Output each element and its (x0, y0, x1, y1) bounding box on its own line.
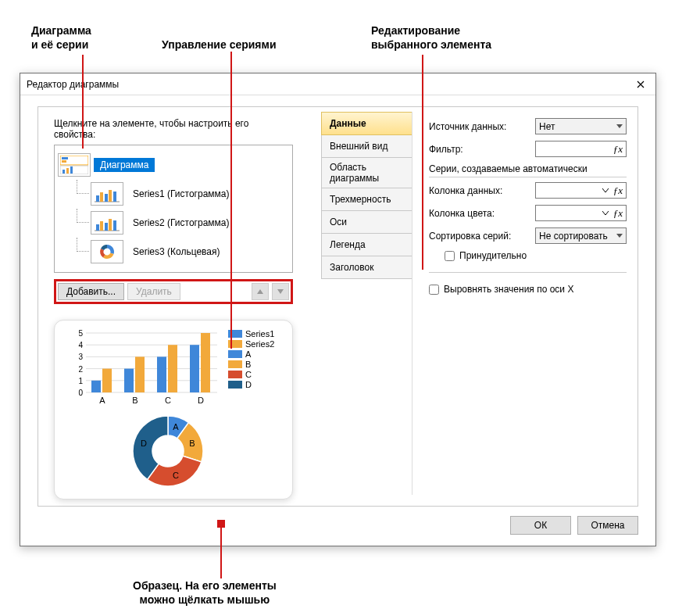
chevron-down-icon (602, 211, 609, 216)
svg-rect-6 (70, 167, 73, 174)
bar-chart-icon (91, 182, 123, 206)
group-auto-series: Серии, создаваемые автоматически (429, 163, 627, 174)
preview-legend[interactable]: Series1 Series2 A B C D (228, 328, 274, 390)
chevron-down-icon (602, 188, 609, 193)
svg-rect-16 (105, 223, 108, 231)
tree-item-label: Series1 (Гистограмма) (127, 187, 235, 201)
color-column-select[interactable]: ƒx (535, 205, 627, 221)
dialog-buttons: ОК Отмена (510, 516, 638, 535)
series-tree[interactable]: Диаграмма Series1 (Гистограмма) Series2 … (54, 145, 293, 273)
preview-donut-chart[interactable]: ABCD (117, 408, 219, 494)
legend-item[interactable]: Series2 (228, 339, 274, 349)
svg-rect-15 (100, 221, 103, 231)
svg-text:A: A (173, 422, 179, 432)
sort-label: Сортировка серий: (429, 231, 530, 242)
tab-legend[interactable]: Легенда (321, 233, 412, 256)
ok-button[interactable]: ОК (510, 516, 571, 535)
fx-icon: ƒx (613, 184, 623, 197)
align-x-checkbox[interactable] (429, 285, 439, 295)
legend-item[interactable]: C (228, 370, 274, 379)
annotation-series-mgmt: Управление сериями (162, 38, 277, 52)
annotation-preview: Образец. На его элементы можно щёлкать м… (133, 578, 277, 607)
tab-chart-area[interactable]: Область диаграммы (321, 157, 412, 188)
data-source-label: Источник данных: (429, 121, 530, 132)
tree-connector (77, 238, 89, 252)
svg-rect-41 (201, 333, 210, 392)
svg-text:C: C (173, 471, 179, 480)
data-column-select[interactable]: ƒx (535, 182, 627, 199)
data-source-select[interactable]: Нет (535, 118, 627, 134)
bar-chart-icon (91, 211, 123, 235)
svg-text:2: 2 (78, 365, 83, 374)
tree-root-label[interactable]: Диаграмма (94, 158, 155, 172)
tree-connector (77, 180, 89, 194)
tabs-column: Данные Внешний вид Область диаграммы Тре… (321, 112, 412, 278)
titlebar: Редактор диаграммы (20, 73, 655, 95)
tree-item-series1[interactable]: Series1 (Гистограмма) (77, 180, 289, 208)
svg-rect-1 (62, 157, 68, 159)
callout-line (82, 55, 84, 149)
svg-rect-9 (100, 192, 103, 202)
tab-appearance[interactable]: Внешний вид (321, 134, 412, 158)
tab-data[interactable]: Данные (321, 112, 412, 135)
add-series-button[interactable]: Добавить... (58, 283, 124, 300)
tree-item-series3[interactable]: Series3 (Кольцевая) (77, 238, 289, 266)
legend-label: B (245, 360, 251, 369)
legend-item[interactable]: D (228, 380, 274, 389)
legend-item[interactable]: A (228, 349, 274, 359)
svg-text:B: B (189, 439, 195, 448)
tab-axes[interactable]: Оси (321, 210, 412, 234)
row-sort: Сортировка серий: Не сортировать (429, 227, 627, 244)
tree-item-series2[interactable]: Series2 (Гистограмма) (77, 209, 289, 237)
move-up-button[interactable] (252, 283, 269, 300)
row-force: Принудительно (445, 250, 627, 261)
callout-marker (217, 520, 225, 528)
tree-root[interactable]: Диаграмма (58, 151, 289, 179)
align-x-label: Выровнять значения по оси X (444, 284, 573, 295)
select-value: Нет (539, 121, 555, 132)
row-align-x: Выровнять значения по оси X (429, 284, 627, 295)
svg-rect-40 (190, 345, 199, 392)
tab-3d[interactable]: Трехмерность (321, 188, 412, 211)
properties-panel: Источник данных: Нет Фильтр: ƒx Серии, с… (429, 118, 627, 299)
group-title: Серии, создаваемые автоматически (429, 163, 592, 174)
force-checkbox[interactable] (445, 251, 455, 261)
dialog-title: Редактор диаграммы (27, 79, 119, 90)
fx-icon: ƒx (613, 207, 623, 220)
tree-item-label: Series2 (Гистограмма) (127, 216, 235, 230)
legend-item[interactable]: Series1 (228, 329, 274, 338)
move-down-button[interactable] (272, 283, 289, 300)
svg-rect-10 (105, 194, 108, 202)
callout-line (422, 55, 423, 270)
svg-rect-12 (113, 192, 116, 202)
cancel-button[interactable]: Отмена (577, 516, 638, 535)
svg-text:1: 1 (78, 377, 83, 385)
svg-rect-18 (113, 220, 116, 231)
chart-thumb-icon (58, 153, 91, 177)
fx-icon: ƒx (613, 143, 623, 156)
row-color-column: Колонка цвета: ƒx (429, 205, 627, 221)
delete-series-button[interactable]: Удалить (127, 283, 180, 300)
legend-item[interactable]: B (228, 360, 274, 369)
preview-bar-chart[interactable]: 012345ABCD (66, 328, 222, 406)
chevron-down-icon (616, 234, 623, 238)
svg-text:0: 0 (78, 389, 83, 397)
legend-label: D (245, 380, 252, 389)
close-icon (637, 81, 645, 88)
svg-text:C: C (165, 396, 171, 405)
arrow-up-icon (256, 288, 264, 295)
svg-rect-32 (102, 369, 112, 392)
tab-title[interactable]: Заголовок (321, 256, 412, 279)
legend-label: A (245, 349, 251, 359)
dialog-body: Щелкните на элементе, чтобы настроить ег… (38, 106, 638, 507)
svg-text:B: B (132, 396, 138, 405)
sort-select[interactable]: Не сортировать (535, 227, 627, 244)
vertical-divider (412, 112, 412, 495)
svg-text:5: 5 (78, 329, 83, 338)
svg-rect-31 (91, 381, 101, 392)
chart-preview[interactable]: 012345ABCD Series1 Series2 A B C D ABCD (54, 320, 293, 500)
annotation-edit-selected: Редактирование выбранного элемента (371, 23, 491, 52)
filter-input[interactable]: ƒx (535, 141, 627, 157)
separator (429, 272, 627, 273)
close-button[interactable] (630, 77, 651, 92)
